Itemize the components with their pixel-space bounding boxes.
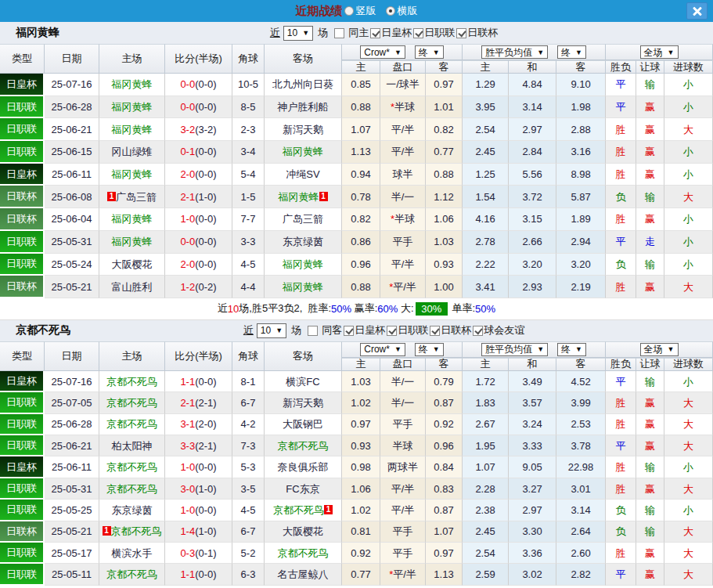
match-date: 25-06-11 bbox=[45, 164, 99, 186]
team-name[interactable]: 福冈黄蜂 bbox=[112, 101, 153, 113]
league-checkbox[interactable] bbox=[473, 326, 483, 336]
match-date: 25-06-11 bbox=[45, 456, 99, 478]
summary-stat-label: 单率: bbox=[449, 301, 475, 316]
team-name[interactable]: 京都不死鸟 bbox=[106, 483, 157, 495]
goals-result-cell: 小 bbox=[664, 164, 713, 186]
avg-away-cell: 2.94 bbox=[556, 231, 606, 254]
home-odds-cell: 0.94 bbox=[342, 164, 380, 186]
header-select[interactable]: 全场▼ bbox=[640, 343, 679, 356]
team-name[interactable]: 福冈黄蜂 bbox=[283, 258, 323, 270]
match-row: 日职联25-06-21福冈黄蜂3-2(3-2)2-3新泻天鹅1.07平/半0.8… bbox=[0, 118, 713, 141]
match-count-select[interactable]: 10▼ bbox=[257, 323, 286, 338]
sub-col-header: 和 bbox=[509, 60, 556, 74]
radio-horizontal[interactable] bbox=[386, 6, 395, 16]
halftime-score: (0-0) bbox=[195, 376, 216, 388]
league-checkbox[interactable] bbox=[430, 326, 440, 336]
avg-home-cell: 1.72 bbox=[463, 371, 509, 392]
team-name[interactable]: 京都不死鸟 bbox=[106, 461, 157, 473]
chevron-down-icon: ▼ bbox=[394, 344, 402, 355]
header-select-value: 终 bbox=[419, 344, 428, 355]
league-checkbox[interactable] bbox=[413, 28, 423, 38]
team-name[interactable]: 1京都不死鸟 bbox=[103, 525, 162, 537]
home-team-cell: 京都不死鸟 bbox=[99, 392, 165, 413]
corner-cell: 8-5 bbox=[232, 96, 265, 119]
header-select[interactable]: 终▼ bbox=[557, 45, 586, 59]
header-select[interactable]: Crow*▼ bbox=[360, 45, 405, 59]
summary-stat-badge: 30% bbox=[416, 302, 448, 316]
away-team-cell: 冲绳SV bbox=[265, 164, 342, 186]
chevron-down-icon: ▼ bbox=[575, 47, 582, 58]
team-name[interactable]: 京都不死鸟 bbox=[106, 397, 157, 409]
score-cell: 3-2(3-2) bbox=[165, 118, 232, 141]
team-name[interactable]: 京都不死鸟 bbox=[106, 568, 157, 580]
team-name[interactable]: 福冈黄蜂 bbox=[112, 124, 153, 135]
league-checkbox[interactable] bbox=[456, 28, 466, 38]
score-cell: 2-1(2-1) bbox=[165, 392, 232, 413]
away-odds-cell: 0.96 bbox=[426, 435, 463, 456]
team-name[interactable]: 福冈黄蜂 bbox=[112, 78, 153, 90]
team-name[interactable]: 京都不死鸟1 bbox=[273, 504, 333, 516]
team-name[interactable]: 京都不死鸟 bbox=[278, 440, 329, 452]
match-row: 日皇杯25-07-16福冈黄蜂0-0(0-0)10-5北九州向日葵0.85一/球… bbox=[0, 74, 713, 96]
team-name[interactable]: 福冈黄蜂 bbox=[112, 213, 153, 225]
team-name[interactable]: 福冈黄蜂 bbox=[112, 236, 153, 247]
league-type-cell: 日联杯 bbox=[0, 208, 45, 231]
handicap-cell: 平/半 bbox=[380, 500, 426, 521]
header-select[interactable]: 全场▼ bbox=[640, 45, 679, 59]
handicap-result-cell: 输 bbox=[636, 74, 664, 96]
league-label: 日皇杯 bbox=[355, 323, 385, 337]
score-cell: 2-1(1-0) bbox=[165, 186, 232, 208]
match-date: 25-05-21 bbox=[45, 276, 99, 298]
corner-cell: 6-7 bbox=[232, 392, 265, 413]
handicap-cell: 半/一 bbox=[380, 392, 426, 413]
team-name: 东京绿茵 bbox=[283, 236, 323, 247]
match-count-select[interactable]: 10▼ bbox=[283, 26, 313, 41]
league-checkbox[interactable] bbox=[344, 326, 354, 336]
header-select[interactable]: 胜平负均值▼ bbox=[481, 343, 548, 356]
avg-draw-cell: 3.24 bbox=[509, 414, 556, 435]
team-name[interactable]: 京都不死鸟 bbox=[106, 376, 157, 388]
away-odds-cell: 0.77 bbox=[426, 141, 463, 164]
team-name[interactable]: 京都不死鸟 bbox=[106, 418, 157, 430]
home-odds-cell: 0.92 bbox=[342, 543, 380, 564]
result-cell: 负 bbox=[606, 186, 636, 208]
same-venue-checkbox[interactable] bbox=[308, 326, 318, 336]
match-date: 25-06-28 bbox=[45, 414, 99, 435]
handicap-cell: 平/半 bbox=[380, 118, 426, 141]
radio-vertical[interactable] bbox=[344, 6, 354, 16]
result-cell: 平 bbox=[606, 96, 636, 119]
team-name: 冈山绿雉 bbox=[112, 146, 153, 157]
team-name[interactable]: 京都不死鸟 bbox=[278, 547, 329, 559]
header-select[interactable]: Crow*▼ bbox=[360, 343, 405, 356]
match-row: 日职联25-05-31福冈黄蜂0-0(0-0)3-3东京绿茵0.86平手1.03… bbox=[0, 231, 713, 254]
team-name[interactable]: 福冈黄蜂1 bbox=[279, 191, 328, 203]
header-select[interactable]: 终▼ bbox=[415, 343, 444, 356]
match-row: 日联杯25-05-21富山胜利1-2(0-2)4-4福冈黄蜂0.88*平/半1.… bbox=[0, 276, 713, 298]
team-name[interactable]: 福冈黄蜂 bbox=[283, 281, 323, 293]
score-cell: 3-0(1-0) bbox=[165, 478, 232, 500]
team-name: 东京绿茵 bbox=[112, 504, 153, 516]
away-team-cell: 京都不死鸟 bbox=[265, 543, 342, 564]
score-cell: 0-3(0-1) bbox=[165, 543, 232, 564]
header-select[interactable]: 终▼ bbox=[557, 343, 586, 356]
match-row: 日职联25-05-11京都不死鸟1-1(0-0)6-3名古屋鲸八0.77*平/半… bbox=[0, 564, 713, 585]
close-icon[interactable] bbox=[686, 2, 708, 20]
handicap-cell: 平手 bbox=[380, 414, 426, 435]
league-type-cell: 日职联 bbox=[0, 500, 45, 521]
team-name[interactable]: 福冈黄蜂 bbox=[112, 168, 153, 180]
window-title: 近期战绩 bbox=[296, 4, 343, 19]
league-checkbox[interactable] bbox=[387, 326, 397, 336]
same-venue-checkbox[interactable] bbox=[334, 28, 344, 38]
fulltime-score: 3-2 bbox=[180, 124, 195, 135]
halftime-score: (2-1) bbox=[195, 440, 216, 452]
header-select[interactable]: 胜平负均值▼ bbox=[481, 45, 548, 59]
team-name[interactable]: 福冈黄蜂 bbox=[283, 146, 323, 157]
home-team-cell: 大阪樱花 bbox=[99, 254, 165, 276]
handicap-result-cell: 赢 bbox=[636, 564, 664, 585]
avg-away-cell: 4.52 bbox=[556, 371, 606, 392]
avg-home-cell: 2.38 bbox=[463, 500, 509, 521]
score-cell: 1-0(0-0) bbox=[165, 208, 232, 231]
league-checkbox[interactable] bbox=[370, 28, 380, 38]
away-team-cell: 奈良俱乐部 bbox=[265, 456, 342, 478]
header-select[interactable]: 终▼ bbox=[415, 45, 444, 59]
